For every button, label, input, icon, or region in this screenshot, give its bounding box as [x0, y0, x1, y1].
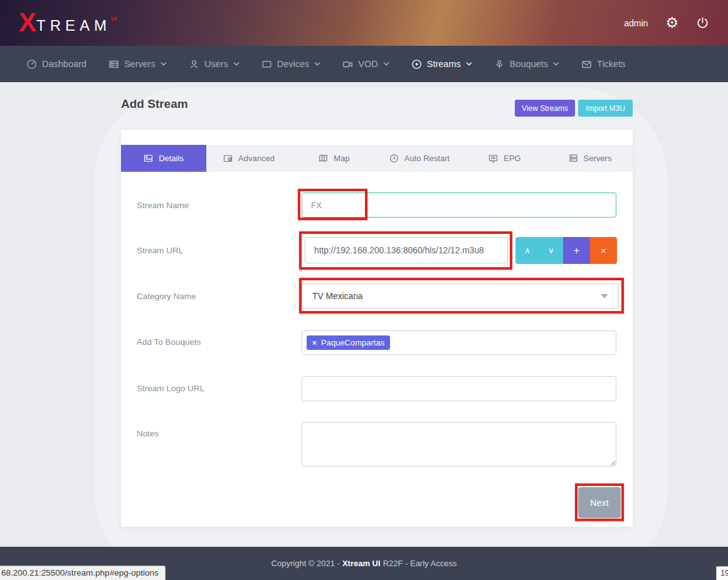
servers-tab-icon — [569, 154, 578, 163]
nav-label: VOD — [358, 59, 377, 69]
nav-label: Dashboard — [42, 59, 87, 69]
import-m3u-button[interactable]: Import M3U — [578, 100, 633, 117]
stream-name-input[interactable] — [302, 192, 616, 218]
tab-epg[interactable]: EPG — [462, 145, 547, 172]
tickets-icon — [581, 59, 592, 70]
add-to-bouquets-label: Add To Bouquets — [137, 337, 201, 347]
category-selected-value: TV Mexicana — [312, 292, 363, 301]
tab-label: Advanced — [238, 154, 275, 163]
xtream-ui-window: X TREAM UI admin ⚙ Dashboard Servers Use… — [0, 0, 728, 580]
nav-label: Bouquets — [510, 59, 548, 69]
nav-item-dashboard[interactable]: Dashboard — [26, 59, 87, 70]
users-icon — [189, 59, 199, 70]
nav-label: Streams — [427, 59, 461, 69]
tab-map[interactable]: Map — [292, 145, 377, 172]
add-stream-card: Details Advanced Map Auto Restart EPG — [121, 130, 633, 527]
nav-label: Devices — [277, 59, 310, 69]
category-name-label: Category Name — [137, 292, 196, 301]
chevron-down-icon — [314, 62, 320, 66]
nav-item-tickets[interactable]: Tickets — [581, 59, 625, 70]
tab-auto-restart[interactable]: Auto Restart — [377, 145, 462, 172]
content-area: Add Stream View Streams Import M3U Detai… — [0, 82, 728, 547]
stream-logo-url-label: Stream Logo URL — [137, 384, 204, 393]
details-icon — [144, 154, 153, 163]
advanced-icon — [223, 154, 233, 163]
copyright-prefix: Copyright © 2021 - — [272, 559, 340, 568]
epg-icon — [488, 154, 498, 163]
dashboard-icon — [26, 59, 37, 70]
nav-label: Servers — [124, 59, 156, 69]
tab-label: Map — [334, 154, 349, 163]
tab-bar: Details Advanced Map Auto Restart EPG — [121, 145, 633, 172]
servers-icon — [108, 59, 119, 70]
power-icon[interactable] — [696, 16, 709, 29]
nav-label: Users — [204, 59, 228, 69]
notes-textarea[interactable] — [302, 422, 616, 467]
top-header: X TREAM UI admin ⚙ — [0, 0, 728, 46]
stream-url-label: Stream URL — [137, 246, 183, 255]
stream-url-input[interactable] — [305, 237, 508, 263]
remove-url-button[interactable]: × — [590, 237, 617, 264]
chevron-down-icon — [161, 62, 167, 66]
tab-details[interactable]: Details — [121, 145, 206, 172]
vod-icon — [342, 59, 353, 70]
streams-icon — [411, 59, 422, 70]
status-right-tooltip: 192 — [716, 566, 728, 580]
header-actions: admin ⚙ — [624, 16, 709, 30]
remove-tag-icon[interactable]: × — [312, 339, 317, 347]
footer-brand: Xtream UI — [342, 559, 381, 568]
bouquet-tag-label: PaqueCompartas — [321, 338, 384, 347]
stream-name-label: Stream Name — [137, 201, 189, 210]
add-url-button[interactable]: + — [563, 237, 590, 264]
move-url-down-button[interactable]: ∨ — [539, 237, 563, 264]
category-select[interactable]: TV Mexicana — [302, 283, 619, 308]
main-nav: Dashboard Servers Users Devices VOD Stre… — [0, 46, 728, 82]
tab-label: Details — [159, 154, 184, 163]
page-title: Add Stream — [121, 97, 188, 111]
auto-restart-icon — [389, 154, 399, 163]
nav-item-streams[interactable]: Streams — [411, 59, 472, 70]
status-url-tooltip: 68.200.21:25500/stream.php#epg-options — [0, 566, 166, 580]
notes-label: Notes — [137, 429, 159, 438]
xtream-logo[interactable]: X TREAM UI — [19, 12, 117, 34]
bouquets-multiselect[interactable]: × PaqueCompartas — [302, 330, 616, 355]
bouquets-icon — [494, 59, 505, 70]
gear-icon[interactable]: ⚙ — [665, 16, 678, 30]
tab-label: EPG — [504, 154, 520, 163]
logo-text: TREAM — [36, 17, 111, 34]
nav-item-users[interactable]: Users — [189, 59, 240, 70]
next-button[interactable]: Next — [578, 487, 621, 518]
view-streams-button[interactable]: View Streams — [515, 100, 575, 117]
username-label[interactable]: admin — [624, 18, 648, 28]
tab-servers[interactable]: Servers — [547, 145, 633, 172]
chevron-down-icon — [466, 62, 472, 66]
tab-label: Auto Restart — [404, 154, 450, 163]
stream-logo-url-input[interactable] — [302, 376, 616, 401]
bouquet-tag: × PaqueCompartas — [307, 335, 390, 350]
nav-item-vod[interactable]: VOD — [342, 59, 389, 70]
nav-item-devices[interactable]: Devices — [261, 59, 321, 70]
move-url-up-button[interactable]: ∧ — [515, 237, 539, 264]
chevron-down-icon — [553, 62, 559, 66]
nav-label: Tickets — [597, 59, 625, 69]
logo-superscript: UI — [111, 16, 117, 22]
select-dropdown-icon — [601, 294, 608, 298]
nav-item-servers[interactable]: Servers — [108, 59, 167, 70]
chevron-down-icon — [233, 62, 240, 66]
map-icon — [319, 154, 328, 163]
copyright-suffix: R22F - Early Access — [383, 559, 457, 568]
tab-label: Servers — [584, 154, 612, 163]
chevron-down-icon — [383, 62, 389, 66]
nav-item-bouquets[interactable]: Bouquets — [494, 59, 559, 70]
logo-x-letter: X — [19, 12, 36, 33]
devices-icon — [261, 59, 272, 70]
tab-advanced[interactable]: Advanced — [206, 145, 292, 172]
